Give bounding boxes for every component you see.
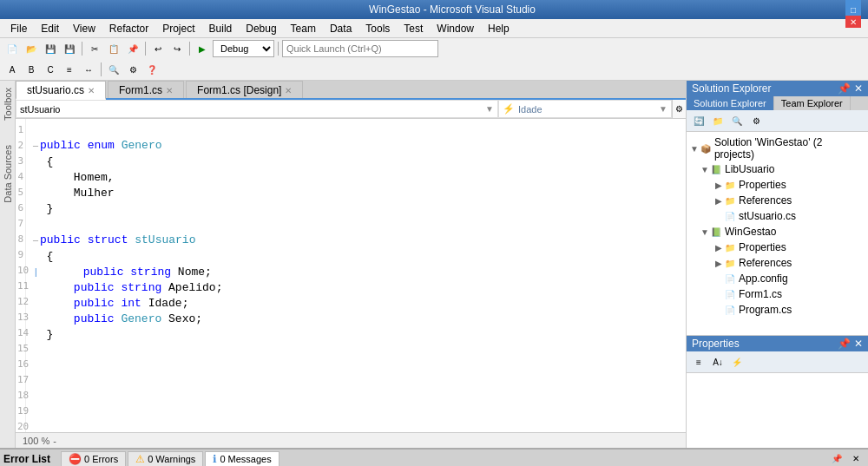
menu-item-build[interactable]: Build: [202, 21, 240, 36]
tb2-btn1[interactable]: A: [3, 61, 21, 78]
close-button[interactable]: ✕: [845, 16, 861, 28]
sol-tb-btn1[interactable]: 🔄: [690, 112, 707, 129]
tree-app-config[interactable]: 📄 App.config: [690, 271, 865, 286]
tab-messages[interactable]: ℹ 0 Messages: [205, 451, 279, 467]
menu-item-debug[interactable]: Debug: [239, 21, 283, 36]
tree-winGestao[interactable]: ▼ 📗 WinGestao: [690, 224, 865, 240]
start-btn[interactable]: ▶: [194, 40, 211, 57]
expand-winGestao[interactable]: ▼: [700, 227, 709, 237]
prop-events[interactable]: ⚡: [728, 353, 746, 371]
tree-form1-cs[interactable]: 📄 Form1.cs: [690, 286, 865, 302]
tab-form1[interactable]: Form1.cs ✕: [108, 81, 184, 98]
menu-item-data[interactable]: Data: [323, 21, 358, 36]
expand-libUsuario[interactable]: ▼: [700, 165, 709, 174]
save-all-btn[interactable]: 💾: [61, 40, 78, 57]
maximize-button[interactable]: □: [845, 3, 861, 16]
expand-lib-props[interactable]: ▶: [714, 180, 723, 190]
libUsuario-icon: 📗: [709, 162, 723, 176]
menu-item-team[interactable]: Team: [284, 21, 323, 36]
tb2-btn3[interactable]: C: [42, 61, 59, 78]
redo-btn[interactable]: ↪: [168, 40, 186, 57]
nav-settings-btn[interactable]: ⚙: [672, 100, 686, 118]
zoom-control[interactable]: 100 % -: [23, 436, 56, 446]
main-area: Toolbox Data Sources stUsuario.cs ✕ Form…: [0, 81, 868, 448]
expand-wg-refs[interactable]: ▶: [714, 259, 723, 268]
prop-close-icon[interactable]: ✕: [854, 338, 863, 350]
sol-close-icon[interactable]: ✕: [854, 82, 863, 95]
tree-stUsuario-cs[interactable]: 📄 stUsuario.cs: [690, 208, 865, 224]
menu-item-project[interactable]: Project: [155, 21, 201, 36]
copy-btn[interactable]: 📋: [105, 40, 122, 57]
nav-right-dropdown[interactable]: ⚡ Idade ▼: [498, 100, 672, 118]
undo-btn[interactable]: ↩: [149, 40, 167, 57]
open-btn[interactable]: 📂: [23, 40, 40, 57]
app-config-icon: 📄: [723, 272, 737, 286]
tb2-btn6[interactable]: 🔍: [105, 61, 122, 78]
sol-tree: ▼ 📦 Solution 'WinGestao' (2 projects) ▼ …: [687, 132, 868, 335]
title-controls: — □ ✕: [845, 0, 861, 28]
tree-libUsuario[interactable]: ▼ 📗 LibUsuario: [690, 161, 865, 177]
tab-close-form1[interactable]: ✕: [166, 86, 173, 95]
cut-btn[interactable]: ✂: [86, 40, 103, 57]
tab-close-form1-design[interactable]: ✕: [285, 86, 292, 95]
sol-pin-icon[interactable]: 📌: [838, 82, 851, 95]
menu-item-tools[interactable]: Tools: [358, 21, 397, 36]
tree-libUsuario-properties[interactable]: ▶ 📁 Properties: [690, 177, 865, 193]
tab-errors[interactable]: ⛔ 0 Errors: [61, 451, 126, 467]
code-editor[interactable]: —public enum Genero { Homem, Mulher } —p…: [26, 119, 686, 432]
tab-form1-design[interactable]: Form1.cs [Design] ✕: [186, 81, 303, 98]
config-dropdown[interactable]: Debug Release: [213, 40, 274, 57]
nav-left-arrow[interactable]: ▼: [485, 104, 494, 114]
expand-wg-props[interactable]: ▶: [714, 243, 723, 253]
menu-item-file[interactable]: File: [3, 21, 34, 36]
toolbar2: A B C ≡ ↔ 🔍 ⚙ ❓: [0, 59, 868, 80]
expand-lib-refs[interactable]: ▶: [714, 196, 723, 206]
tree-winGestao-references[interactable]: ▶ 📁 References: [690, 255, 865, 271]
sol-tb-btn3[interactable]: 🔍: [728, 112, 746, 129]
title-bar: WinGestao - Microsoft Visual Studio — □ …: [0, 0, 868, 19]
tb2-btn2[interactable]: B: [23, 61, 40, 78]
prop-sort-alpha[interactable]: A↓: [709, 353, 727, 371]
menu-item-view[interactable]: View: [66, 21, 102, 36]
prop-pin-icon[interactable]: 📌: [838, 338, 851, 350]
tree-winGestao-properties[interactable]: ▶ 📁 Properties: [690, 240, 865, 255]
menu-item-edit[interactable]: Edit: [34, 21, 66, 36]
tb2-btn5[interactable]: ↔: [80, 61, 97, 78]
nav-bar: stUsuario ▼ ⚡ Idade ▼ ⚙: [16, 100, 686, 119]
tab-label-stUsuario: stUsuario.cs: [27, 84, 84, 96]
tab-close-stUsuario[interactable]: ✕: [88, 86, 95, 95]
new-project-btn[interactable]: 📄: [3, 40, 21, 57]
tb2-btn4[interactable]: ≡: [61, 61, 78, 78]
sol-tb-btn4[interactable]: ⚙: [747, 112, 765, 129]
bottom-close-btn[interactable]: ✕: [847, 450, 865, 467]
tree-solution[interactable]: ▼ 📦 Solution 'WinGestao' (2 projects): [690, 135, 865, 161]
tab-team-explorer[interactable]: Team Explorer: [774, 96, 851, 110]
tb2-btn8[interactable]: ❓: [143, 61, 161, 78]
nav-right-arrow[interactable]: ▼: [659, 104, 667, 114]
sol-explorer-title: Solution Explorer: [692, 82, 771, 95]
sol-tb-btn2[interactable]: 📁: [709, 112, 727, 129]
menu-item-test[interactable]: Test: [397, 21, 430, 36]
prop-sort-category[interactable]: ≡: [690, 353, 707, 371]
code-area: 1234567891011121314151617181920 —public …: [16, 119, 686, 432]
save-btn[interactable]: 💾: [42, 40, 59, 57]
datasources-label[interactable]: Data Sources: [1, 141, 15, 207]
tb2-btn7[interactable]: ⚙: [124, 61, 141, 78]
tab-solution-explorer[interactable]: Solution Explorer: [687, 96, 774, 110]
tree-program-cs[interactable]: 📄 Program.cs: [690, 302, 865, 318]
paste-btn[interactable]: 📌: [124, 40, 141, 57]
tree-libUsuario-references[interactable]: ▶ 📁 References: [690, 193, 865, 208]
tab-warnings[interactable]: ⚠ 0 Warnings: [128, 451, 203, 467]
bottom-pin-btn[interactable]: 📌: [828, 450, 845, 467]
search-input[interactable]: [282, 40, 438, 57]
menu-item-help[interactable]: Help: [481, 21, 516, 36]
prop-title: Properties: [692, 338, 740, 350]
right-panel: Solution Explorer 📌 ✕ Solution Explorer …: [686, 81, 868, 448]
tab-stUsuario[interactable]: stUsuario.cs ✕: [16, 81, 106, 100]
menu-item-refactor[interactable]: Refactor: [102, 21, 155, 36]
nav-left-dropdown[interactable]: stUsuario ▼: [16, 100, 498, 118]
toolbox-label[interactable]: Toolbox: [1, 84, 15, 124]
expand-solution[interactable]: ▼: [690, 144, 699, 154]
menu-bar: FileEditViewRefactorProjectBuildDebugTea…: [0, 19, 868, 38]
menu-item-window[interactable]: Window: [430, 21, 481, 36]
